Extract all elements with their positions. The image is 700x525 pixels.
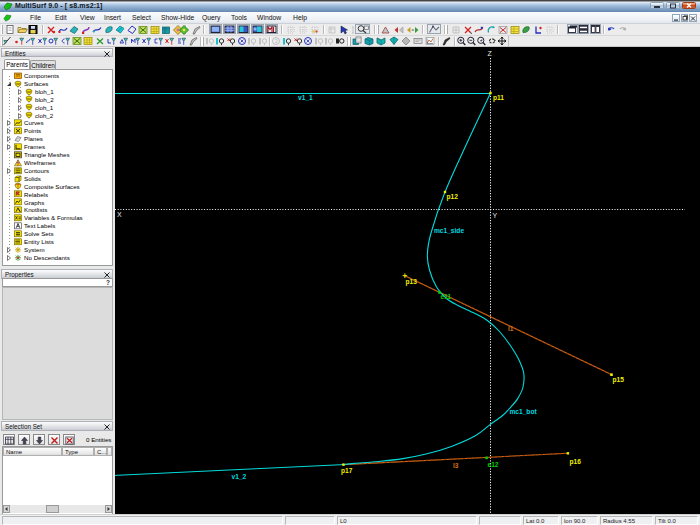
svg-text:e12: e12	[488, 461, 499, 468]
svg-text:mc1_side: mc1_side	[434, 227, 464, 234]
svg-text:Z: Z	[488, 50, 493, 57]
svg-text:v1_1: v1_1	[298, 94, 313, 101]
svg-text:p11: p11	[493, 94, 504, 102]
svg-text:X: X	[117, 211, 122, 218]
svg-text:l3: l3	[453, 462, 459, 469]
svg-text:p16: p16	[570, 458, 582, 466]
svg-text:v1_2: v1_2	[232, 473, 247, 480]
svg-text:p12: p12	[447, 193, 459, 201]
svg-text:p13: p13	[406, 278, 418, 286]
svg-text:l1: l1	[508, 325, 514, 332]
svg-text:mc1_bot: mc1_bot	[510, 408, 538, 415]
svg-text:p17: p17	[341, 467, 353, 475]
svg-text:p15: p15	[613, 376, 625, 384]
svg-text:Y: Y	[493, 212, 498, 219]
svg-text:e11: e11	[441, 293, 452, 300]
